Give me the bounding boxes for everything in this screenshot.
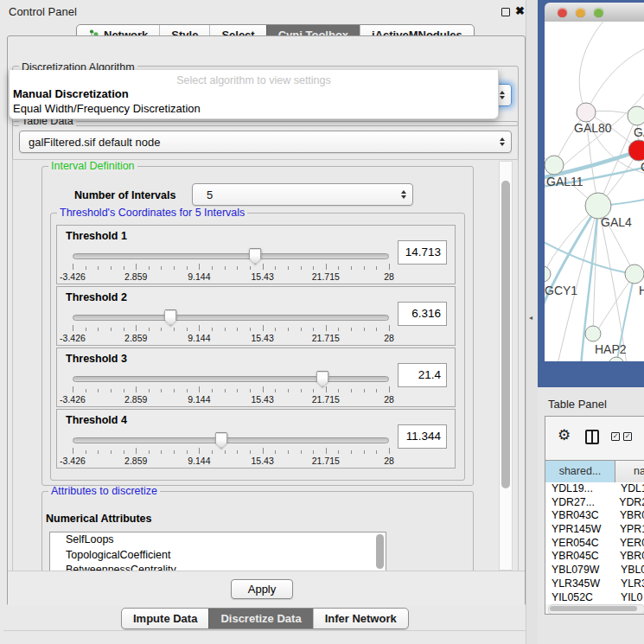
- table-cell[interactable]: YDL1: [615, 482, 644, 496]
- network-node[interactable]: [609, 357, 624, 361]
- table-cell[interactable]: YPR1: [615, 523, 644, 537]
- threshold-value-field[interactable]: 21.4: [398, 363, 447, 387]
- tick-mark: [376, 328, 377, 331]
- popup-placeholder: Select algorithm to view settings: [10, 74, 498, 86]
- threshold-value-field[interactable]: 6.316: [398, 302, 447, 326]
- threshold-label: Threshold 3: [66, 353, 127, 365]
- table-cell[interactable]: YDL19...: [545, 482, 615, 496]
- tick-mark: [250, 266, 251, 270]
- table-row[interactable]: YDL19...YDL1: [545, 482, 644, 496]
- tab-discretize-data[interactable]: Discretize Data: [208, 609, 312, 628]
- slider-thumb[interactable]: [215, 432, 228, 449]
- control-panel: Control Panel ✖ NetworkStyleSelectCyni T…: [0, 0, 535, 644]
- table-row[interactable]: YBL079WYBL0: [545, 564, 644, 577]
- network-node[interactable]: [545, 266, 551, 282]
- num-intervals-combobox[interactable]: 5: [192, 183, 413, 206]
- gear-icon[interactable]: ⚙: [558, 428, 571, 443]
- table-cell[interactable]: YBR0: [615, 550, 644, 564]
- scrollbar-thumb[interactable]: [376, 534, 384, 569]
- mac-zoom-button[interactable]: [594, 8, 603, 17]
- table-cell[interactable]: YBL079W: [545, 564, 615, 577]
- algorithm-option[interactable]: Manual Discretization: [10, 87, 498, 102]
- tick-label: 15.43: [251, 394, 273, 405]
- attributes-list-scrollbar[interactable]: [376, 534, 384, 569]
- slider-tick-labels: -3.4262.8599.14415.4321.71528: [73, 333, 389, 342]
- threshold-label: Threshold 1: [66, 230, 127, 242]
- column-header[interactable]: shared...: [545, 461, 615, 482]
- slider-thumb[interactable]: [249, 248, 262, 265]
- tab-infer-network[interactable]: Infer Network: [313, 609, 408, 628]
- table-cell[interactable]: YBR0: [615, 509, 644, 523]
- scrollbar-thumb[interactable]: [501, 181, 510, 488]
- network-node[interactable]: [628, 106, 644, 125]
- column-header[interactable]: na: [615, 461, 644, 482]
- network-node-label: H: [639, 284, 644, 297]
- table-cell[interactable]: YER0: [615, 537, 644, 551]
- slider-track[interactable]: [73, 437, 389, 443]
- panel-divider[interactable]: ◂: [526, 0, 539, 644]
- table-cell[interactable]: YLR3: [615, 577, 644, 591]
- split-view-icon[interactable]: [585, 430, 599, 444]
- close-icon[interactable]: ✖: [515, 4, 525, 17]
- attribute-item[interactable]: SelfLoops: [50, 532, 386, 548]
- tick-mark: [86, 389, 86, 392]
- slider-thumb[interactable]: [164, 309, 177, 326]
- tick-mark: [237, 266, 238, 270]
- tick-mark: [351, 450, 352, 454]
- mac-minimize-button[interactable]: [576, 8, 585, 17]
- attribute-item[interactable]: TopologicalCoefficient: [50, 548, 386, 564]
- tick-label: 28: [384, 456, 394, 466]
- select-columns-checkbox-icon[interactable]: ✓: [623, 432, 632, 441]
- tick-label: 21.715: [312, 394, 340, 405]
- table-cell[interactable]: YBR043C: [545, 509, 615, 523]
- tab-impute-data[interactable]: Impute Data: [122, 609, 208, 628]
- network-node[interactable]: [585, 326, 601, 341]
- tick-label: -3.426: [60, 333, 86, 343]
- table-cell[interactable]: YDR27...: [545, 496, 614, 510]
- scrollbar-thumb[interactable]: [550, 606, 637, 611]
- slider-track[interactable]: [73, 315, 389, 321]
- network-node[interactable]: [577, 103, 596, 122]
- divider-grip-icon[interactable]: ◂: [529, 314, 532, 322]
- tick-label: 2.859: [124, 271, 147, 282]
- algorithm-option[interactable]: Equal Width/Frequency Discretization: [10, 102, 498, 117]
- network-canvas[interactable]: GAL80GACGAL11GAL4GCY1HHAP2: [545, 22, 644, 361]
- table-row[interactable]: YBR045CYBR0: [545, 550, 644, 564]
- table-cell[interactable]: YBL0: [615, 564, 644, 577]
- table-cell[interactable]: YER054C: [545, 537, 615, 551]
- attributes-list[interactable]: SelfLoopsTopologicalCoefficientBetweenne…: [49, 532, 386, 571]
- select-all-checkbox-icon[interactable]: ✓: [611, 432, 620, 441]
- table-row[interactable]: YDR27...YDR2: [545, 496, 644, 510]
- table-data-combobox[interactable]: galFiltered.sif default node: [19, 131, 512, 153]
- tick-mark: [124, 266, 124, 270]
- tick-label: 21.715: [312, 456, 340, 466]
- table-row[interactable]: YER054CYER0: [545, 537, 644, 551]
- table-row[interactable]: YIL052CYIL0: [545, 591, 644, 605]
- slider-ticks: [73, 325, 389, 332]
- slider-thumb[interactable]: [316, 371, 329, 387]
- network-node[interactable]: [625, 265, 644, 284]
- table-cell[interactable]: YBR045C: [545, 550, 615, 564]
- table-cell[interactable]: YDR2: [614, 496, 644, 510]
- threshold-label: Threshold 4: [66, 414, 127, 426]
- table-row[interactable]: YBR043CYBR0: [545, 509, 644, 523]
- slider-track[interactable]: [73, 253, 389, 259]
- threshold-value-field[interactable]: 11.344: [398, 424, 447, 449]
- apply-button[interactable]: Apply: [231, 579, 293, 599]
- table-cell[interactable]: YIL052C: [545, 591, 615, 605]
- table-row[interactable]: YPR145WYPR1: [545, 523, 644, 537]
- settings-vertical-scrollbar[interactable]: [499, 161, 513, 571]
- table-cell[interactable]: YIL0: [615, 591, 644, 605]
- tick-mark: [275, 328, 276, 331]
- threshold-value-field[interactable]: 14.713: [398, 240, 447, 265]
- table-horizontal-scrollbar[interactable]: [548, 604, 644, 615]
- network-window-titlebar[interactable]: [545, 3, 644, 22]
- table-row[interactable]: YLR345WYLR3: [545, 577, 644, 591]
- table-cell[interactable]: YPR145W: [545, 523, 615, 537]
- float-window-icon[interactable]: [501, 8, 510, 16]
- mac-close-button[interactable]: [558, 8, 567, 17]
- network-node[interactable]: [545, 156, 564, 175]
- slider-track[interactable]: [73, 376, 389, 382]
- table-cell[interactable]: YLR345W: [545, 577, 615, 591]
- tick-label: -3.426: [60, 394, 86, 405]
